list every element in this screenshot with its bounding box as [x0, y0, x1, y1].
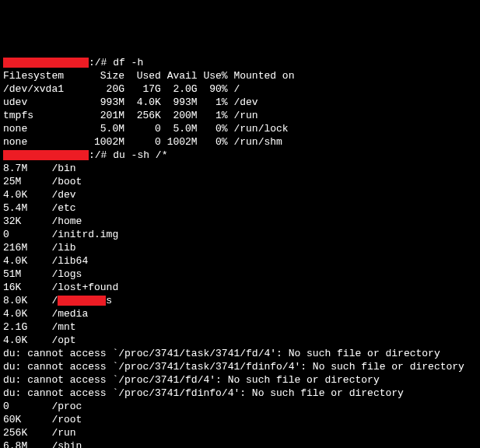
df-header: Filesystem Size Used Avail Use% Mounted … [3, 69, 477, 82]
df-row: none 5.0M 0 5.0M 0% /run/lock [3, 122, 477, 135]
du-row: 60K /root [3, 413, 477, 426]
du-error: du: cannot access `/proc/3741/task/3741/… [3, 360, 477, 373]
redacted-hostname [3, 58, 89, 68]
du-row: 25M /boot [3, 175, 477, 188]
du-row: 4.0K /dev [3, 188, 477, 201]
du-row: 16K /lost+found [3, 281, 477, 294]
command-text: du -sh /* [113, 149, 167, 161]
du-row: 6.8M /sbin [3, 439, 477, 448]
du-error: du: cannot access `/proc/3741/fd/4': No … [3, 373, 477, 387]
terminal-output[interactable]: :/# df -hFilesystem Size Used Avail Use%… [3, 56, 477, 448]
prompt-text: :/# [89, 57, 113, 68]
du-row: 256K /run [3, 426, 477, 439]
command-text: df -h [113, 57, 143, 68]
du-row: 216M /lib [3, 241, 477, 254]
df-row: none 1002M 0 1002M 0% /run/shm [3, 135, 477, 149]
df-row: tmpfs 201M 256K 200M 1% /run [3, 109, 477, 122]
du-row: 8.0K / s [3, 294, 477, 307]
du-error: du: cannot access `/proc/3741/fdinfo/4':… [3, 387, 477, 400]
du-row: 0 /initrd.img [3, 228, 477, 241]
du-row: 0 /proc [3, 400, 477, 413]
df-row: udev 993M 4.0K 993M 1% /dev [3, 96, 477, 109]
redacted-path [58, 296, 106, 306]
prompt-line: :/# df -h [3, 56, 477, 69]
redacted-hostname [3, 150, 89, 160]
df-row: /dev/xvda1 20G 17G 2.0G 90% / [3, 82, 477, 96]
du-row: 51M /logs [3, 268, 477, 281]
du-row: 8.7M /bin [3, 162, 477, 175]
du-row: 4.0K /lib64 [3, 254, 477, 268]
du-row: 32K /home [3, 215, 477, 228]
du-row: 4.0K /media [3, 307, 477, 320]
prompt-text: :/# [89, 149, 113, 161]
prompt-line: :/# du -sh /* [3, 149, 477, 162]
du-row: 5.4M /etc [3, 201, 477, 215]
du-error: du: cannot access `/proc/3741/task/3741/… [3, 347, 477, 360]
du-row: 4.0K /opt [3, 334, 477, 347]
du-row: 2.1G /mnt [3, 320, 477, 334]
